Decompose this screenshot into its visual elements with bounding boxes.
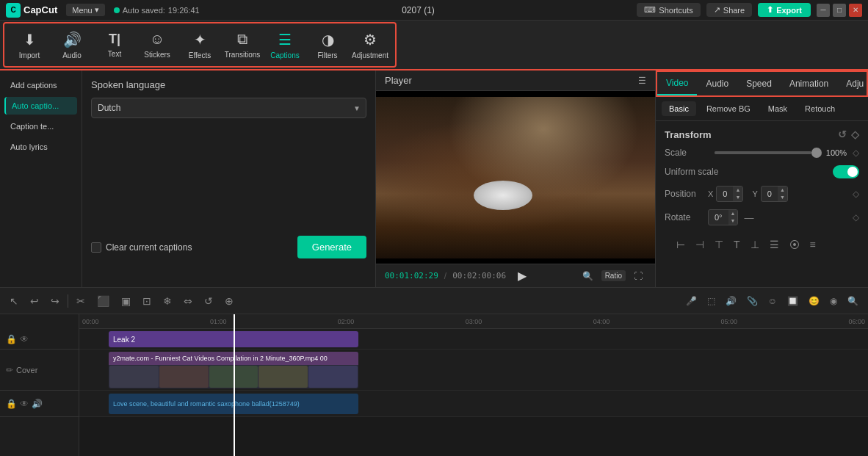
sub-tab-retouch[interactable]: Retouch [798,101,842,116]
rotate-up-button[interactable]: ▲ [728,210,738,217]
share-button[interactable]: ↗ Share [706,3,752,17]
sidebar-item-add-captions[interactable]: Add captions [4,76,77,94]
shortcuts-button[interactable]: ⌨ Shortcuts [637,3,700,17]
tool-filters[interactable]: ◑ Filters [307,25,348,65]
clear-checkbox[interactable] [91,242,101,253]
player-menu-icon[interactable]: ☰ [638,76,646,86]
loop-button[interactable]: ↺ [200,294,217,308]
align-left-button[interactable]: ⊢ [673,237,688,252]
eye-audio-icon[interactable]: 👁 [20,399,29,409]
export-button[interactable]: ⬆ Export [758,3,811,17]
language-select[interactable]: Dutch English German French Spanish [91,98,366,118]
tool-transitions[interactable]: ⧉ Transitions [222,25,263,65]
tab-adj[interactable]: Adju [837,72,868,95]
scale-slider-fill [715,151,811,154]
lock-audio-icon[interactable]: 🔒 [6,399,17,409]
diamond-reset-icon[interactable]: ◇ [851,129,859,140]
emotion-button[interactable]: 😊 [805,294,823,308]
tool-adjustment[interactable]: ⚙ Adjustment [350,25,391,65]
cursor-tool[interactable]: ↖ [6,294,22,308]
y-down-button[interactable]: ▼ [778,194,787,201]
tool-stickers[interactable]: ☺ Stickers [137,25,178,65]
align-dist-v-button[interactable]: ≡ [807,237,819,252]
x-value-field[interactable]: 0 ▲ ▼ [716,186,743,202]
audio-clip[interactable]: Love scene, beautiful and romantic saxop… [109,394,358,414]
align-center-v-button[interactable]: ⊥ [748,237,762,252]
minimize-button[interactable]: ─ [817,4,830,17]
bowl-visual [474,181,532,210]
filters-label: Filters [317,51,337,59]
video-track-button[interactable]: ⬚ [704,294,719,308]
tab-audio[interactable]: Audio [697,72,737,95]
overlay-button[interactable]: 🔲 [784,294,802,308]
sidebar-item-caption-te[interactable]: Caption te... [4,117,77,135]
time-total: 00:02:00:06 [452,271,506,281]
freeze-button[interactable]: ❄ [159,294,176,308]
rotate-keyframe-icon[interactable]: ◇ [853,212,859,222]
align-dist-h-button[interactable]: ⦿ [786,237,803,252]
split-button[interactable]: ✂ [73,294,89,308]
redo-button[interactable]: ↪ [47,294,63,308]
sidebar-item-auto-captions[interactable]: Auto captio... [4,97,77,115]
y-value-field[interactable]: 0 ▲ ▼ [761,186,788,202]
delete-button[interactable]: ⬛ [93,294,113,308]
tool-captions[interactable]: ☰ Captions [264,25,305,65]
undo-button[interactable]: ↩ [26,294,43,308]
align-top-button[interactable]: T [731,237,743,252]
zoom-in-button[interactable]: 🔍 [844,294,862,308]
scale-keyframe-icon[interactable]: ◇ [853,148,859,158]
title-clip[interactable]: Leak 2 [109,331,358,347]
tool-effects[interactable]: ✦ Effects [179,25,220,65]
scale-slider-thumb[interactable] [811,148,822,158]
edit-icon[interactable]: ✏ [6,365,13,375]
rotate-down-button[interactable]: ▼ [728,217,738,225]
toggle-knob [847,167,858,177]
transform-section: Transform ↺ ◇ Scale 100% ◇ Uniform scale [656,121,868,264]
ratio-badge[interactable]: Ratio [601,270,626,281]
video-clip[interactable]: y2mate.com - Funniest Cat Videos Compila… [109,352,358,388]
tool-import[interactable]: ⬇ Import [9,25,50,65]
effects-track-button[interactable]: ◉ [826,294,841,308]
zoom-button[interactable]: 🔍 [579,269,597,283]
x-down-button[interactable]: ▼ [733,194,742,201]
play-button[interactable]: ▶ [518,269,527,283]
mirror-button[interactable]: ⇔ [180,294,196,308]
sticker-track-button[interactable]: ☺ [764,294,781,308]
lock-icon[interactable]: 🔒 [6,334,17,344]
tool-text[interactable]: T| Text [94,25,135,65]
align-center-h-button[interactable]: ⊣ [692,237,707,252]
microphone-button[interactable]: 🎤 [682,294,701,308]
generate-button[interactable]: Generate [297,236,366,258]
reset-icon[interactable]: ↺ [838,129,847,140]
detach-button[interactable]: ⊡ [139,294,155,308]
tool-audio[interactable]: 🔊 Audio [51,25,93,65]
uniform-scale-toggle[interactable] [833,165,859,178]
close-button[interactable]: ✕ [849,4,862,17]
sidebar-item-auto-lyrics[interactable]: Auto lyrics [4,138,77,156]
more-button[interactable]: ⊕ [221,294,237,308]
x-up-button[interactable]: ▲ [733,187,742,194]
maximize-button[interactable]: □ [833,4,846,17]
align-bottom-button[interactable]: ☰ [767,237,782,252]
crop-button[interactable]: ▣ [117,294,134,308]
menu-button[interactable]: Menu ▾ [66,4,105,16]
scale-slider[interactable] [715,151,811,154]
tab-speed[interactable]: Speed [737,72,781,95]
sub-tab-basic[interactable]: Basic [662,101,696,116]
fullscreen-button[interactable]: ⛶ [630,269,646,283]
clip-track-button[interactable]: 📎 [743,294,762,308]
rotate-minus-button[interactable]: — [744,212,753,223]
position-keyframe-icon[interactable]: ◇ [853,189,859,199]
volume-icon[interactable]: 🔊 [32,399,43,409]
audio-track-button[interactable]: 🔊 [722,294,740,308]
tab-video[interactable]: Video [657,72,697,95]
sub-tab-mask[interactable]: Mask [761,101,795,116]
sub-tab-remove-bg[interactable]: Remove BG [699,101,758,116]
y-up-button[interactable]: ▲ [778,187,787,194]
eye-icon[interactable]: 👁 [20,334,29,344]
x-value: 0 [717,187,733,200]
tab-animation[interactable]: Animation [781,72,837,95]
align-right-button[interactable]: ⊤ [712,237,726,252]
rotate-value-field[interactable]: 0° ▲ ▼ [708,209,738,225]
project-title: 0207 (1) [209,5,629,15]
